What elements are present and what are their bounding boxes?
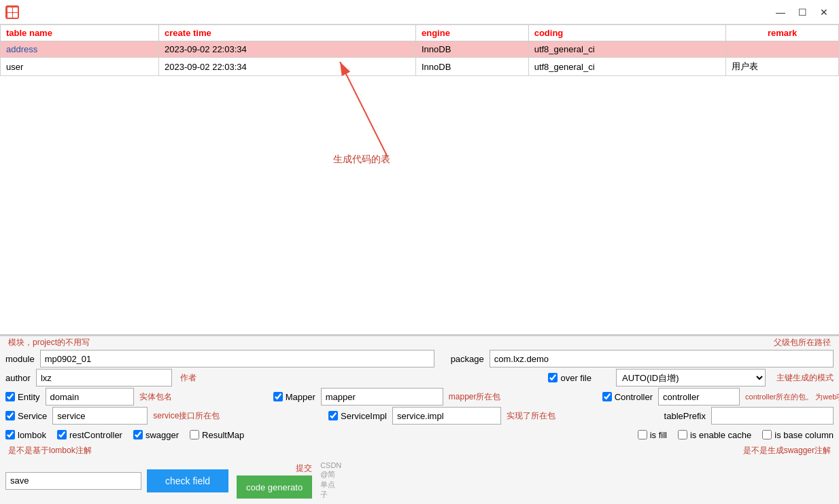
- cell-engine: InnoDB: [415, 41, 528, 58]
- author-input[interactable]: [36, 369, 172, 386]
- svg-line-5: [340, 62, 388, 157]
- is-enable-cache-checkbox-label[interactable]: is enable cache: [678, 430, 751, 440]
- is-enable-cache-checkbox[interactable]: [678, 430, 687, 439]
- resultmap-label: ResultMap: [202, 430, 244, 440]
- module-label: module: [5, 354, 35, 364]
- id-mode-annotation: 主键生成的模式: [776, 372, 834, 384]
- entity-mapper-controller-row: Entity 实体包名 Mapper mapper所在包 Controller …: [0, 387, 839, 406]
- restcontroller-checkbox[interactable]: [57, 430, 67, 439]
- section-annotations-row: 模块，project的不用写 父级包所在路径: [0, 336, 839, 349]
- col-header-table-name: table name: [1, 25, 159, 41]
- is-fill-label: is fill: [650, 430, 667, 440]
- cell-create-time: 2023-09-02 22:03:34: [159, 41, 416, 58]
- serviceimpl-checkbox[interactable]: [328, 411, 338, 420]
- mapper-checkbox-text: Mapper: [286, 392, 315, 402]
- cell-coding: utf8_general_ci: [528, 41, 726, 58]
- config-section: 模块，project的不用写 父级包所在路径 module package au…: [0, 335, 839, 504]
- is-base-column-checkbox-label[interactable]: is base column: [762, 430, 834, 440]
- mapper-checkbox[interactable]: [273, 392, 283, 401]
- package-input[interactable]: [490, 350, 834, 367]
- id-mode-select[interactable]: AUTO(ID自增) NONE INPUT ASSIGN_ID ASSIGN_U…: [616, 369, 766, 386]
- is-base-column-label: is base column: [774, 430, 834, 440]
- table-annotation-text: 生成代码的表: [333, 154, 390, 166]
- service-annotation: service接口所在包: [153, 410, 220, 422]
- table-row[interactable]: user 2023-09-02 22:03:34 InnoDB utf8_gen…: [1, 58, 839, 76]
- resultmap-checkbox[interactable]: [190, 430, 199, 439]
- author-annotation: 作者: [180, 372, 196, 384]
- module-input[interactable]: [40, 350, 434, 367]
- titlebar: — ☐ ✕: [0, 0, 839, 24]
- serviceimpl-annotation: 实现了所在包: [507, 410, 555, 422]
- serviceimpl-input[interactable]: [392, 407, 501, 425]
- service-checkbox-label[interactable]: Service: [5, 411, 47, 421]
- maximize-button[interactable]: ☐: [793, 4, 812, 20]
- swagger-annotation: 是不是生成swagger注解: [743, 445, 831, 456]
- package-label: package: [451, 354, 484, 364]
- tables-table: table name create time engine coding rem…: [0, 24, 839, 76]
- svg-rect-1: [13, 7, 18, 12]
- cell-remark: 用户表: [726, 58, 839, 76]
- save-input[interactable]: [5, 472, 141, 490]
- restcontroller-checkbox-label[interactable]: restController: [57, 430, 122, 440]
- swagger-checkbox[interactable]: [133, 430, 143, 439]
- controller-input[interactable]: [658, 388, 740, 406]
- lombok-label: lombok: [18, 430, 46, 440]
- svg-rect-0: [7, 7, 12, 12]
- serviceimpl-checkbox-label[interactable]: ServiceImpl: [328, 411, 387, 421]
- is-fill-checkbox[interactable]: [638, 430, 647, 439]
- col-header-engine: engine: [415, 25, 528, 41]
- entity-checkbox-text: Entity: [18, 392, 40, 402]
- tableprefix-input[interactable]: [711, 407, 834, 425]
- over-file-label: over file: [560, 373, 592, 383]
- over-file-checkbox[interactable]: [548, 373, 558, 382]
- tableprefix-label: tablePrefix: [664, 411, 706, 421]
- cell-create-time: 2023-09-02 22:03:34: [159, 58, 416, 76]
- titlebar-left: [5, 5, 19, 19]
- bottom-annotations-row: 是不是基于lombok注解 是不是生成swagger注解: [0, 444, 839, 457]
- minimize-button[interactable]: —: [771, 4, 790, 20]
- module-package-row: module package: [0, 349, 839, 368]
- submit-annotation: 提交: [296, 463, 312, 474]
- over-file-checkbox-label[interactable]: over file: [548, 373, 592, 383]
- table-header-row: table name create time engine coding rem…: [1, 25, 839, 41]
- entity-annotation: 实体包名: [139, 391, 172, 403]
- close-button[interactable]: ✕: [815, 4, 834, 20]
- author-overfile-row: author 作者 over file AUTO(ID自增) NONE INPU…: [0, 368, 839, 387]
- bottom-action-row: check field 提交 code generato CSDN @简单点子: [0, 457, 839, 504]
- is-fill-checkbox-label[interactable]: is fill: [638, 430, 667, 440]
- service-checkbox[interactable]: [5, 411, 15, 420]
- main-content: table name create time engine coding rem…: [0, 24, 839, 504]
- cell-coding: utf8_general_ci: [528, 58, 726, 76]
- mapper-input[interactable]: [321, 388, 443, 406]
- controller-checkbox-label[interactable]: Controller: [602, 392, 653, 402]
- lombok-checkbox[interactable]: [5, 430, 15, 439]
- titlebar-controls: — ☐ ✕: [771, 4, 834, 20]
- col-header-coding: coding: [528, 25, 726, 41]
- restcontroller-label: restController: [69, 430, 122, 440]
- code-generator-button[interactable]: code generato: [237, 475, 312, 499]
- service-input[interactable]: [52, 407, 148, 425]
- code-gen-area: 提交 code generato: [237, 463, 312, 499]
- swagger-label: swagger: [145, 430, 179, 440]
- author-label: author: [5, 373, 31, 383]
- mapper-checkbox-label[interactable]: Mapper: [273, 392, 315, 402]
- controller-checkbox[interactable]: [602, 392, 612, 401]
- svg-rect-3: [13, 13, 18, 18]
- module-annotation: 模块，project的不用写: [8, 337, 90, 348]
- col-header-create-time: create time: [159, 25, 416, 41]
- svg-rect-2: [7, 13, 12, 18]
- table-section: table name create time engine coding rem…: [0, 24, 839, 335]
- lombok-checkbox-label[interactable]: lombok: [5, 430, 46, 440]
- table-row[interactable]: address 2023-09-02 22:03:34 InnoDB utf8_…: [1, 41, 839, 58]
- entity-checkbox[interactable]: [5, 392, 15, 401]
- check-field-button[interactable]: check field: [147, 469, 228, 492]
- resultmap-checkbox-label[interactable]: ResultMap: [190, 430, 244, 440]
- entity-checkbox-label[interactable]: Entity: [5, 392, 40, 402]
- swagger-checkbox-label[interactable]: swagger: [133, 430, 179, 440]
- is-base-column-checkbox[interactable]: [762, 430, 772, 439]
- controller-annotation: controller所在的包。 为web项目不要选中: [745, 392, 834, 402]
- col-header-remark: remark: [726, 25, 839, 41]
- cell-remark: [726, 41, 839, 58]
- mapper-annotation: mapper所在包: [449, 391, 501, 403]
- entity-input[interactable]: [46, 388, 134, 406]
